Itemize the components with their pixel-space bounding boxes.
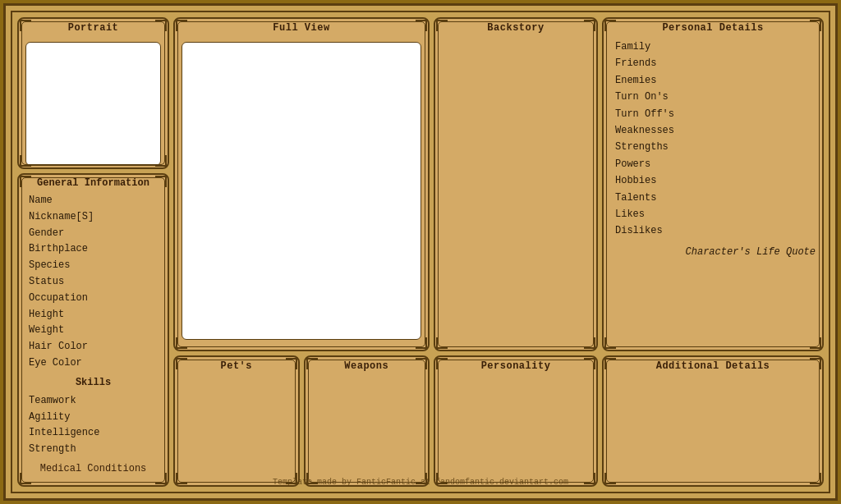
corner-ornament-tr	[584, 20, 595, 31]
field-weight: Weight	[25, 323, 161, 339]
corner-ornament-tl	[436, 20, 448, 31]
general-info-fields: Name Nickname[S] Gender Birthplace Speci…	[19, 190, 168, 375]
full-view-panel: Full View	[173, 17, 430, 351]
field-species: Species	[25, 258, 161, 274]
pd-turn-offs: Turn Off's	[610, 106, 816, 122]
skill-teamwork: Teamwork	[25, 393, 161, 410]
backstory-title: Backstory	[435, 19, 596, 35]
pd-talents: Talents	[610, 190, 816, 206]
bottom-middle-row: Pet's Weapons	[173, 355, 430, 487]
right-top-column: Backstory Personality	[434, 17, 598, 487]
pd-enemies: Enemies	[610, 72, 816, 89]
pets-title: Pet's	[175, 357, 298, 373]
corner-ornament-tl	[176, 20, 187, 31]
personal-details-panel: Personal Details Family Friends Enemies …	[602, 17, 824, 351]
corner-ornament-br	[155, 155, 167, 167]
middle-column: Full View Pet's	[173, 17, 430, 487]
corner-ornament-br	[584, 337, 595, 349]
skills-fields: Teamwork Agility Intelligence Strength	[19, 390, 168, 461]
backstory-panel: Backstory	[434, 17, 598, 351]
corner-ornament-tl	[436, 358, 448, 369]
field-gender: Gender	[25, 226, 161, 242]
portrait-title: Portrait	[19, 19, 168, 35]
skills-title: Skills	[19, 375, 168, 390]
corner-ornament-bl	[20, 473, 31, 484]
pd-strengths: Strengths	[610, 139, 816, 155]
general-info-panel: General Information Name Nickname[S] Gen…	[17, 173, 169, 487]
personality-title: Personality	[435, 357, 596, 373]
corner-ornament-br	[155, 473, 167, 484]
field-status: Status	[25, 274, 161, 291]
personal-details-items: Family Friends Enemies Turn On's Turn Of…	[604, 35, 822, 243]
portrait-panel: Portrait	[17, 17, 169, 169]
pd-powers: Powers	[610, 156, 816, 172]
pd-turn-ons: Turn On's	[610, 89, 816, 105]
corner-ornament-br	[810, 473, 821, 484]
pd-hobbies: Hobbies	[610, 172, 816, 189]
corner-ornament-tr	[416, 20, 427, 31]
pd-weaknesses: Weaknesses	[610, 122, 816, 139]
corner-ornament-tr	[155, 176, 167, 187]
portrait-image-area	[25, 42, 161, 166]
weapons-panel: Weapons	[304, 355, 430, 487]
corner-ornament-bl	[604, 337, 616, 349]
personality-panel: Personality	[434, 355, 598, 487]
corner-ornament-tl	[20, 20, 31, 31]
field-eye-color: Eye Color	[25, 355, 161, 372]
weapons-title: Weapons	[306, 357, 429, 373]
corner-ornament-tl	[306, 358, 318, 369]
full-view-title: Full View	[175, 19, 428, 35]
pd-likes: Likes	[610, 206, 816, 222]
additional-details-title: Additional Details	[604, 357, 822, 373]
corner-ornament-bl	[176, 473, 187, 484]
corner-ornament-tr	[810, 20, 821, 31]
pd-family: Family	[610, 39, 816, 55]
corner-ornament-tr	[286, 358, 297, 369]
corner-ornament-tl	[604, 20, 616, 31]
general-info-title: General Information	[19, 175, 168, 190]
field-hair-color: Hair Color	[25, 339, 161, 355]
field-name: Name	[25, 193, 161, 209]
corner-ornament-br	[416, 337, 427, 349]
field-birthplace: Birthplace	[25, 241, 161, 258]
field-occupation: Occupation	[25, 291, 161, 307]
field-height: Height	[25, 307, 161, 323]
corner-ornament-tl	[604, 358, 616, 369]
full-view-image-area	[182, 42, 421, 340]
skill-agility: Agility	[25, 410, 161, 426]
life-quote: Character's Life Quote	[604, 243, 822, 258]
corner-ornament-tr	[155, 20, 167, 31]
medical-title: Medical Conditions	[19, 461, 168, 476]
skill-strength: Strength	[25, 442, 161, 458]
corner-ornament-tl	[176, 358, 187, 369]
pd-dislikes: Dislikes	[610, 222, 816, 239]
right-column: Personal Details Family Friends Enemies …	[602, 17, 824, 487]
corner-ornament-br	[584, 473, 595, 484]
corner-ornament-tl	[20, 176, 31, 187]
corner-ornament-bl	[176, 337, 187, 349]
corner-ornament-tr	[416, 358, 427, 369]
corner-ornament-bl	[604, 473, 616, 484]
watermark: Template made by FanticFantic at fandomf…	[273, 478, 568, 487]
corner-ornament-tr	[584, 358, 595, 369]
pd-friends: Friends	[610, 55, 816, 71]
personal-details-title: Personal Details	[604, 19, 822, 35]
skill-intelligence: Intelligence	[25, 425, 161, 442]
field-nickname: Nickname[S]	[25, 209, 161, 226]
corner-ornament-bl	[436, 337, 448, 349]
additional-details-panel: Additional Details	[602, 355, 824, 487]
corner-ornament-bl	[20, 155, 31, 167]
corner-ornament-tr	[810, 358, 821, 369]
corner-ornament-br	[810, 337, 821, 349]
left-column: Portrait General Information Name Nickna…	[17, 17, 169, 487]
pets-panel: Pet's	[173, 355, 300, 487]
